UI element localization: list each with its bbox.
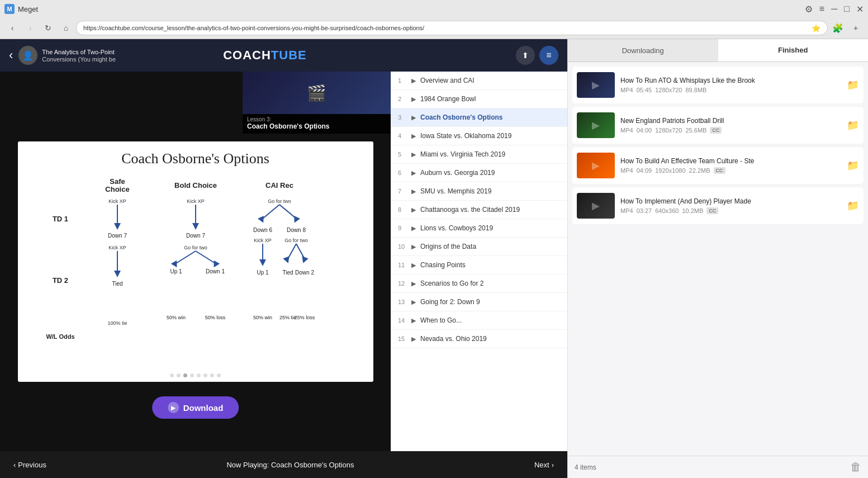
download-button[interactable]: ▶ Download [152,396,239,419]
lesson-play-icon: ▶ [411,225,416,232]
svg-text:Down 1: Down 1 [206,268,225,275]
lesson-item[interactable]: 8 ▶ Chattanooga vs. the Citadel 2019 [391,201,567,219]
lesson-play-icon: ▶ [411,169,416,177]
svg-marker-42 [283,256,291,264]
delete-all-button[interactable]: 🗑 [850,461,861,474]
lesson-item[interactable]: 3 ▶ Coach Osborne's Options [391,108,567,127]
meget-item-meta: MP4 05:45 1280x720 89.8MB [620,87,841,93]
svg-text:Go for two: Go for two [284,238,308,243]
lesson-number: 14 [398,317,407,324]
meget-item: ▶ New England Patriots Football Drill MP… [572,107,864,144]
folder-icon[interactable]: 📁 [847,79,859,91]
svg-line-21 [176,251,196,263]
lesson-item[interactable]: 9 ▶ Lions vs. Cowboys 2019 [391,219,567,238]
svg-text:Down 7: Down 7 [186,233,205,239]
lesson-play-icon: ▶ [411,114,416,121]
lesson-name: Coach Osborne's Options [420,113,503,121]
lesson-item[interactable]: 15 ▶ Nevada vs. Ohio 2019 [391,330,567,348]
svg-text:Down 2: Down 2 [295,269,314,276]
svg-text:Safe: Safe [110,177,125,186]
lesson-number: 13 [398,299,407,305]
lesson-number: 15 [398,335,407,342]
lesson-name: Iowa State vs. Oklahoma 2019 [420,132,511,140]
decision-chart: Safe Choice Bold Choice CAI Rec TD 1 TD … [39,174,352,358]
lesson-play-icon: ▶ [411,188,416,195]
meget-tabs: Downloading Finished [568,39,868,62]
close-icon[interactable]: ✕ [856,4,864,15]
lesson-name: Overview and CAI [420,77,475,84]
lesson-number: 10 [398,243,407,250]
folder-icon[interactable]: 📁 [847,119,859,131]
extensions-button[interactable]: 🧩 [830,20,846,36]
items-count: 4 items [575,463,596,471]
lesson-number: 7 [398,188,407,195]
lesson-number: 11 [398,262,407,268]
svg-text:25% loss: 25% loss [294,315,315,320]
prev-button[interactable]: ‹ Previous [9,458,51,471]
svg-text:Choice: Choice [105,185,129,193]
cc-badge: CC [706,207,718,214]
address-input[interactable] [83,25,808,31]
lesson-item[interactable]: 10 ▶ Origins of the Data [391,238,567,256]
new-tab-button[interactable]: + [848,20,864,36]
lesson-item[interactable]: 5 ▶ Miami vs. Virginia Tech 2019 [391,145,567,164]
maximize-icon[interactable]: □ [844,4,850,14]
forward-button[interactable]: › [22,20,38,36]
course-menu-button[interactable]: ≡ [539,46,558,65]
meget-item-meta: MP4 04:09 1920x1080 22.2MB CC [620,167,841,174]
svg-text:Kick XP: Kick XP [254,238,272,243]
format-label: MP4 [620,207,633,214]
lesson-play-icon: ▶ [411,96,416,103]
meget-footer: 4 items 🗑 [568,456,868,478]
minimize-icon[interactable]: ─ [831,4,837,14]
tab-finished[interactable]: Finished [718,39,869,61]
resolution-label: 1280x720 [655,127,682,134]
size-label: 25.6MB [685,127,706,134]
format-label: MP4 [620,87,633,93]
lesson-item[interactable]: 7 ▶ SMU vs. Memphis 2019 [391,182,567,201]
lesson-name: SMU vs. Memphis 2019 [420,187,491,195]
lesson-number: 2 [398,96,407,102]
lesson-name: Lions vs. Cowboys 2019 [420,224,493,232]
gear-icon[interactable]: ⚙ [805,4,813,15]
refresh-button[interactable]: ↻ [40,20,56,36]
folder-icon[interactable]: 📁 [847,159,859,172]
lesson-item[interactable]: 11 ▶ Chasing Points [391,256,567,275]
lesson-play-icon: ▶ [411,243,416,250]
svg-text:TD 1: TD 1 [52,215,68,223]
lesson-item[interactable]: 6 ▶ Auburn vs. Georgia 2019 [391,164,567,182]
meget-thumbnail: ▶ [577,193,615,219]
lesson-item[interactable]: 4 ▶ Iowa State vs. Oklahoma 2019 [391,127,567,145]
next-label: Next [534,461,549,469]
lesson-number: 4 [398,132,407,139]
tab-downloading[interactable]: Downloading [568,39,718,61]
prev-arrow-icon: ‹ [13,461,16,469]
duration-label: 05:45 [637,87,652,93]
svg-text:TD 2: TD 2 [52,276,68,285]
now-playing: Now Playing: Coach Osborne's Options [51,461,530,469]
home-button[interactable]: ⌂ [58,20,74,36]
resolution-label: 1280x720 [655,87,682,93]
size-label: 89.8MB [685,87,706,93]
back-button[interactable]: ‹ [4,20,20,36]
lesson-play-icon: ▶ [411,317,416,324]
coachtube-logo: COACHTUBE [223,48,307,63]
lesson-item[interactable]: 14 ▶ When to Go... [391,311,567,330]
lesson-name: Going for 2: Down 9 [420,298,480,306]
lesson-name: When to Go... [420,316,462,324]
folder-icon[interactable]: 📁 [847,200,859,212]
bookmark-icon[interactable]: ⭐ [812,24,820,32]
back-course-button[interactable]: ‹ [9,49,13,61]
svg-marker-38 [259,259,266,266]
lesson-item[interactable]: 2 ▶ 1984 Orange Bowl [391,90,567,108]
lesson-item[interactable]: 12 ▶ Scenarios to Go for 2 [391,275,567,293]
next-button[interactable]: Next › [530,458,558,471]
lesson-number: 5 [398,151,407,158]
meget-item-info: How To Run ATO & Whisplays Like the Broo… [620,77,841,93]
lesson-item[interactable]: 13 ▶ Going for 2: Down 9 [391,293,567,311]
lesson-item[interactable]: 1 ▶ Overview and CAI [391,72,567,90]
share-button[interactable]: ⬆ [516,46,535,65]
resolution-label: 640x360 [655,207,679,214]
svg-text:Up 1: Up 1 [170,268,182,275]
menu-icon[interactable]: ≡ [819,4,824,14]
